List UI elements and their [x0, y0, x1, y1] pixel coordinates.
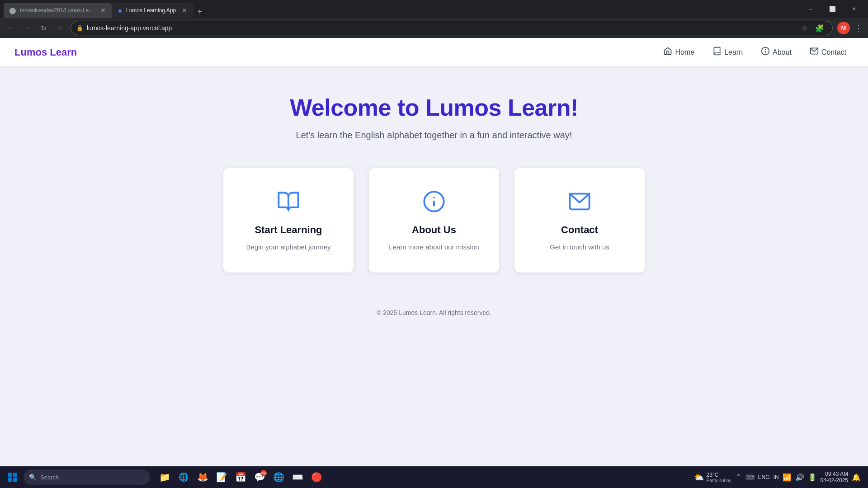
taskbar-chrome[interactable]: 🌐 — [269, 468, 288, 486]
contact-card[interactable]: Contact Get in touch with us — [514, 168, 645, 273]
hero-title: Welcome to Lumos Learn! — [290, 94, 578, 121]
about-us-title: About Us — [412, 224, 456, 236]
nav-learn-label: Learn — [724, 48, 743, 56]
profile-avatar[interactable]: M — [836, 21, 851, 35]
keyboard-icon[interactable]: ⌨ — [745, 474, 755, 481]
contact-desc: Get in touch with us — [550, 243, 609, 251]
book-icon — [712, 47, 722, 58]
browser-title-bar: ⬤ mmanikandan281/Lumos-Learn ✕ ◈ Lumos L… — [0, 0, 868, 18]
back-button[interactable]: ← — [4, 21, 18, 35]
language-region: ENG IN — [758, 474, 779, 480]
svg-rect-11 — [13, 478, 17, 482]
nav-contact[interactable]: Contact — [802, 43, 854, 61]
start-learning-title: Start Learning — [255, 224, 322, 236]
tab-1-title: mmanikandan281/Lumos-Learn — [20, 7, 96, 14]
app-logo[interactable]: Lumos Learn — [14, 47, 77, 58]
language-text: ENG — [758, 474, 770, 480]
taskbar-file-explorer[interactable]: 📁 — [156, 468, 174, 486]
about-us-desc: Learn more about our mission — [389, 243, 479, 251]
weather-temp: 23°C — [707, 472, 731, 478]
star-button[interactable]: ☆ — [797, 21, 811, 35]
reload-button[interactable]: ↻ — [36, 21, 51, 35]
book-open-icon — [277, 190, 300, 217]
wifi-icon[interactable]: 📶 — [783, 473, 792, 482]
start-button[interactable] — [4, 468, 22, 486]
weather-icon: ⛅ — [694, 472, 704, 482]
forward-button[interactable]: → — [20, 21, 34, 35]
start-learning-card[interactable]: Start Learning Begin your alphabet journ… — [223, 168, 354, 273]
cards-row: Start Learning Begin your alphabet journ… — [223, 168, 645, 273]
taskbar-search[interactable]: 🔍 Search — [24, 469, 150, 485]
new-tab-button[interactable]: + — [193, 5, 206, 18]
about-us-card[interactable]: About Us Learn more about our mission — [368, 168, 500, 273]
chevron-up-icon[interactable]: ⌃ — [735, 472, 742, 482]
taskbar-apps: 📁 🌐 🦊 📝 📅 💬 46 🌐 ⌨️ 🔴 — [156, 468, 326, 486]
taskbar-whatsapp[interactable]: 💬 46 — [250, 468, 269, 486]
nav-links: Home Learn — [656, 43, 854, 61]
svg-rect-10 — [8, 478, 12, 482]
tab-2-title: Lumos Learning App — [126, 7, 177, 14]
close-button[interactable]: ✕ — [844, 2, 864, 16]
taskbar-edge[interactable]: 🌐 — [175, 468, 193, 486]
tab-bar: ⬤ mmanikandan281/Lumos-Learn ✕ ◈ Lumos L… — [4, 0, 797, 18]
browser-tab-1[interactable]: ⬤ mmanikandan281/Lumos-Learn ✕ — [4, 3, 112, 18]
address-bar-row: ← → ↻ ⌂ 🔒 lumos-learning-app.vercel.app … — [0, 18, 868, 38]
battery-icon[interactable]: 🔋 — [808, 473, 817, 482]
taskbar: 🔍 Search 📁 🌐 🦊 📝 📅 💬 46 🌐 ⌨️ 🔴 ⛅ 23°C Pa… — [0, 466, 868, 488]
address-text: lumos-learning-app.vercel.app — [87, 24, 172, 32]
taskbar-calendar[interactable]: 📅 — [231, 468, 250, 486]
window-controls: ─ ⬜ ✕ — [800, 2, 864, 16]
nav-contact-label: Contact — [821, 48, 846, 56]
weather-widget: ⛅ 23°C Partly sunny — [694, 472, 731, 483]
volume-icon[interactable]: 🔊 — [795, 473, 804, 482]
minimize-button[interactable]: ─ — [800, 2, 821, 16]
nav-learn[interactable]: Learn — [705, 43, 750, 61]
hero-subtitle: Let's learn the English alphabet togethe… — [296, 130, 572, 141]
start-learning-desc: Begin your alphabet journey — [246, 243, 331, 251]
tab-2-close[interactable]: ✕ — [181, 6, 188, 15]
taskbar-chrome2[interactable]: 🔴 — [307, 468, 326, 486]
address-bar-actions: ☆ 🧩 — [797, 21, 827, 35]
footer: © 2025 Lumos Learn. All rights reserved. — [377, 300, 491, 334]
app-navbar: Lumos Learn Home Learn — [0, 38, 868, 67]
main-content: Welcome to Lumos Learn! Let's learn the … — [0, 67, 868, 352]
contact-title: Contact — [561, 224, 598, 236]
info-icon — [761, 47, 770, 58]
home-button[interactable]: ⌂ — [52, 21, 67, 35]
nav-home-label: Home — [675, 48, 694, 56]
mail-envelope-icon — [568, 190, 591, 217]
nav-home[interactable]: Home — [656, 43, 702, 61]
search-placeholder: Search — [40, 474, 59, 481]
browser-tab-2[interactable]: ◈ Lumos Learning App ✕ — [112, 3, 193, 18]
app-wrapper: Lumos Learn Home Learn — [0, 38, 868, 466]
info-circle-icon — [422, 190, 446, 217]
extension-button[interactable]: 🧩 — [812, 21, 827, 35]
taskbar-right: ⛅ 23°C Partly sunny ⌃ ⌨ ENG IN 📶 🔊 🔋 09:… — [694, 471, 864, 483]
footer-text: © 2025 Lumos Learn. All rights reserved. — [377, 309, 491, 316]
search-icon: 🔍 — [29, 474, 37, 481]
lock-icon: 🔒 — [76, 25, 83, 31]
svg-rect-9 — [13, 473, 17, 477]
nav-about[interactable]: About — [754, 43, 799, 61]
taskbar-date: 04-02-2025 — [821, 477, 848, 483]
taskbar-sticky-notes[interactable]: 📝 — [212, 468, 231, 486]
tab-1-close[interactable]: ✕ — [99, 6, 107, 15]
browser-menu-button[interactable]: ⋮ — [853, 21, 864, 35]
taskbar-vscode[interactable]: ⌨️ — [288, 468, 307, 486]
nav-about-label: About — [773, 48, 792, 56]
maximize-button[interactable]: ⬜ — [822, 2, 843, 16]
taskbar-time: 09:43 AM — [821, 471, 848, 477]
region-text: IN — [774, 474, 779, 480]
taskbar-firefox[interactable]: 🦊 — [193, 468, 212, 486]
svg-rect-8 — [8, 473, 12, 477]
home-icon — [663, 47, 672, 58]
weather-desc: Partly sunny — [707, 478, 731, 483]
taskbar-time-date: 09:43 AM 04-02-2025 — [821, 471, 848, 483]
notifications-icon[interactable]: 🔔 — [852, 473, 861, 482]
mail-icon — [810, 47, 819, 58]
profile-button[interactable]: M — [837, 22, 850, 34]
address-bar[interactable]: 🔒 lumos-learning-app.vercel.app ☆ 🧩 — [71, 21, 833, 35]
